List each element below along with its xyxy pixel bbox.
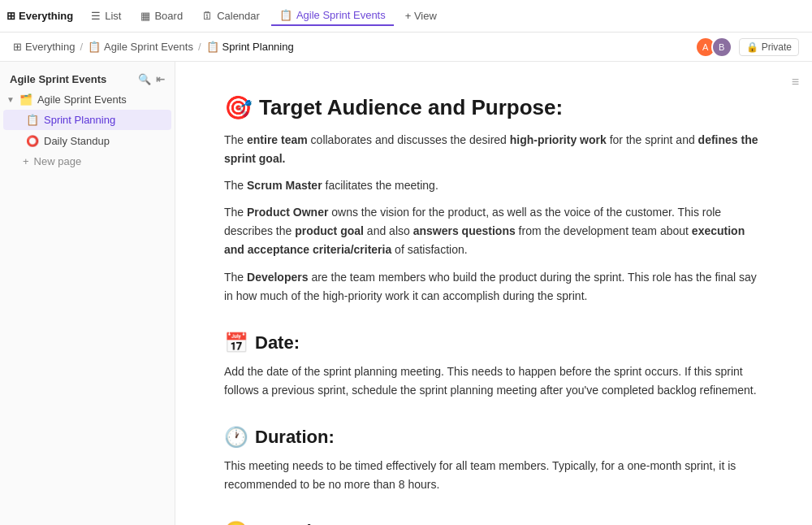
breadcrumb-right: A B 🔒 Private [695, 37, 799, 58]
collapse-icon[interactable]: ⇤ [156, 73, 165, 85]
tab-calendar[interactable]: 🗓 Calendar [194, 7, 268, 25]
section-target-audience: 🎯 Target Audience and Purpose: The entir… [224, 94, 763, 306]
sidebar-title: Agile Sprint Events [10, 73, 106, 85]
lock-icon: 🔒 [746, 41, 758, 53]
brand-label: Everything [19, 10, 73, 22]
para-product-owner: The Product Owner owns the vision for th… [224, 203, 763, 259]
breadcrumb-sep-2: / [198, 41, 201, 53]
tab-board[interactable]: ▦ Board [132, 7, 191, 25]
agile-icon: 📋 [279, 9, 292, 21]
heading-target-audience: 🎯 Target Audience and Purpose: [224, 94, 763, 121]
para-scrum-master: The Scrum Master facilitates the meeting… [224, 176, 763, 195]
date-emoji: 📅 [224, 332, 248, 354]
tab-view[interactable]: + View [397, 7, 445, 25]
app-brand[interactable]: ⊞ Everything [6, 10, 73, 22]
section-attendees: 😀 Attendees: Add all meeting attendees h… [224, 520, 763, 525]
search-icon[interactable]: 🔍 [138, 73, 151, 85]
calendar-icon: 🗓 [202, 10, 213, 22]
sidebar-item-sprint-planning[interactable]: 📋 Sprint Planning [3, 110, 171, 130]
outline-icon[interactable]: ≡ [792, 75, 799, 89]
document-content: ≡ 🎯 Target Audience and Purpose: The ent… [175, 62, 812, 525]
attendees-emoji: 😀 [224, 520, 248, 525]
board-icon: ▦ [140, 10, 150, 22]
daily-standup-icon: ⭕ [26, 135, 39, 147]
top-navigation: ⊞ Everything ☰ List ▦ Board 🗓 Calendar 📋… [0, 0, 812, 33]
para-date: Add the date of the sprint planning meet… [224, 362, 763, 400]
list-icon: ☰ [91, 10, 101, 22]
sidebar-item-daily-standup[interactable]: ⭕ Daily Standup [3, 131, 171, 151]
caret-icon: ▼ [6, 95, 15, 104]
tab-list[interactable]: ☰ List [83, 7, 129, 25]
content-toolbar: ≡ [792, 75, 799, 89]
section-date: 📅 Date: Add the date of the sprint plann… [224, 332, 763, 400]
breadcrumb-sprint-planning[interactable]: 📋 Sprint Planning [206, 41, 294, 53]
heading-duration: 🕐 Duration: [224, 426, 763, 449]
section-duration: 🕐 Duration: This meeting needs to be tim… [224, 426, 763, 494]
heading-attendees: 😀 Attendees: [224, 520, 763, 525]
brand-icon: ⊞ [6, 10, 15, 22]
para-developers: The Developers are the team members who … [224, 268, 763, 306]
sidebar: Agile Sprint Events 🔍 ⇤ ▼ 🗂️ Agile Sprin… [0, 62, 175, 525]
tab-agile-sprint-events[interactable]: 📋 Agile Sprint Events [271, 6, 394, 26]
sidebar-new-page[interactable]: + New page [0, 152, 175, 171]
sidebar-header-icons: 🔍 ⇤ [138, 73, 165, 85]
sidebar-header: Agile Sprint Events 🔍 ⇤ [0, 68, 175, 89]
para-entire-team: The entire team collaborates and discuss… [224, 131, 763, 168]
duration-emoji: 🕐 [224, 426, 248, 449]
breadcrumb-everything[interactable]: ⊞ Everything [13, 41, 75, 53]
agile-breadcrumb-icon: 📋 [88, 41, 101, 53]
sidebar-section: ▼ 🗂️ Agile Sprint Events 📋 Sprint Planni… [0, 89, 175, 172]
everything-icon: ⊞ [13, 41, 22, 53]
plus-icon: + [23, 155, 29, 167]
sidebar-parent-agile[interactable]: ▼ 🗂️ Agile Sprint Events [0, 90, 175, 109]
heading-date: 📅 Date: [224, 332, 763, 354]
private-button[interactable]: 🔒 Private [739, 38, 799, 56]
main-layout: Agile Sprint Events 🔍 ⇤ ▼ 🗂️ Agile Sprin… [0, 62, 812, 525]
breadcrumb-sep-1: / [80, 41, 83, 53]
target-emoji: 🎯 [224, 94, 253, 121]
parent-icon: 🗂️ [19, 93, 32, 106]
breadcrumb-agile[interactable]: 📋 Agile Sprint Events [88, 41, 193, 53]
breadcrumb: ⊞ Everything / 📋 Agile Sprint Events / 📋… [0, 33, 812, 62]
sprint-planning-icon: 📋 [26, 114, 39, 126]
avatar-group: A B [695, 37, 732, 58]
para-duration: This meeting needs to be timed effective… [224, 457, 763, 494]
sprint-breadcrumb-icon: 📋 [206, 41, 219, 53]
avatar-2: B [711, 37, 732, 58]
